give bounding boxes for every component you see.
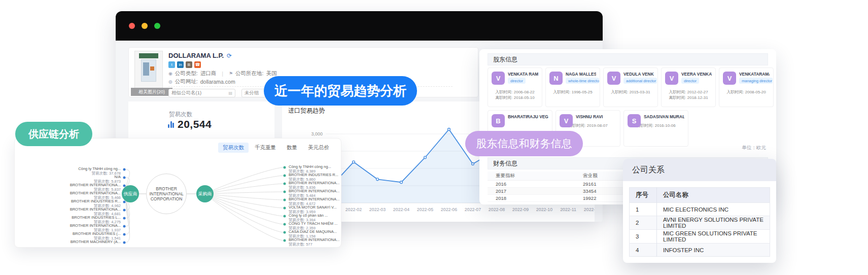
svg-text:2022-07: 2022-07 [465, 207, 481, 212]
refresh-icon[interactable]: ⟳ [227, 52, 232, 59]
shareholder-card[interactable]: V VEDULA VENKATA RAM... additional direc… [603, 67, 658, 107]
svg-text:2022-08: 2022-08 [489, 207, 505, 212]
shareholder-name: VENKATARAMANA MAG... [739, 72, 770, 77]
blog-icon[interactable]: B [186, 61, 192, 68]
supply-chain-card: 贸易次数千克重量数量美元总价 Công ty TNHH công ng... 贸… [14, 138, 341, 248]
company-name: DOLLARAMA L.P. [168, 52, 224, 59]
partner-node[interactable]: BROTHER INTERNATIONA... 贸易次数: 577 [289, 238, 339, 247]
shareholder-card[interactable]: N NAGA MALLESWARA R... whole-time direct… [545, 67, 600, 107]
shareholder-card[interactable]: S SADASIVAN MURALIKR... 入职时间: 2016-10-06 [623, 110, 688, 147]
svg-text:2022-02: 2022-02 [345, 207, 362, 212]
relations-title: 公司关系 [623, 159, 776, 181]
avatar: B [492, 114, 505, 127]
similar-company-input[interactable]: 相似公司名(1) ▤ [168, 89, 235, 97]
divider: | [222, 71, 223, 77]
shareholder-dates: 入职时间: 1996-05-25 [549, 89, 596, 95]
avatar: V [492, 72, 505, 85]
avatar: V [560, 114, 573, 127]
trade-count-value: 20,544 [178, 118, 212, 130]
avatar: N [549, 72, 563, 85]
shareholder-card[interactable]: V VEERA VENKATA SATYA... director 入职时间: … [661, 67, 716, 107]
shareholder-dates: 入职时间: 2008-05-20 [723, 89, 770, 95]
svg-text:3,000: 3,000 [311, 131, 323, 136]
relations-row[interactable]: 2AVNI ENERGY SOLUTIONS PRIVATE LIMITED [630, 216, 770, 230]
partner-node[interactable]: BROTHER MACHINERY (A... [19, 240, 121, 245]
shareholder-card[interactable]: V VENKATARAMANA MAG... managing director… [719, 67, 774, 107]
shareholder-financial-pill: 股东信息和财务信息 [465, 131, 583, 156]
avatar: V [723, 72, 736, 85]
company-location-label: 公司所在地: [235, 70, 263, 77]
avatar: S [628, 114, 641, 127]
partner-name: BROTHER MACHINERY (A... [19, 240, 121, 245]
avatar: V [607, 72, 620, 85]
relations-row[interactable]: 1MIC ELECTRONICS INC [630, 203, 770, 216]
relations-col-header: 序号 [630, 188, 657, 203]
company-type-icon: ◉ [168, 71, 172, 76]
trade-trend-pill: 近一年的贸易趋势分析 [264, 76, 417, 106]
shareholder-name: VENKATA RAM ATLURI [508, 72, 538, 77]
svg-text:2022-03: 2022-03 [369, 207, 386, 212]
page-canvas: 相关图片(20) DOLLARAMA L.P. ⟳ tinB☎ ◉ 公司类型: … [0, 0, 868, 275]
related-images-label[interactable]: 相关图片(20) [131, 88, 172, 96]
financial-unit-label: 单位：欧元 [742, 145, 767, 151]
shareholder-section-title: 股东信息 [488, 53, 768, 65]
window-titlebar [116, 11, 603, 41]
center-company-node[interactable]: BROTHER INTERNATIONAL CORPORATION [146, 174, 187, 214]
company-website-label: 公司网址: [175, 78, 198, 85]
shareholder-dates: 入职时间: 2012-02-27 离职时间: 2018-12-31 [665, 89, 712, 100]
financial-col-header: 重要指标 [488, 171, 575, 180]
relations-row[interactable]: 3MIC GREEN SOLUTIONS PRIVATE LIMITED [630, 230, 770, 244]
shareholder-name: NAGA MALLESWARA R... [566, 72, 596, 77]
linkedin-icon[interactable]: in [177, 61, 184, 68]
shareholder-name: VISHNU RAVI [576, 114, 616, 119]
supply-chain-pill: 供应链分析 [15, 122, 92, 146]
partner-node[interactable]: Công ty TNHH công ng... 贸易次数: 37,678 [19, 167, 121, 176]
window-close-button[interactable] [129, 23, 135, 29]
product-image [134, 51, 163, 91]
location-icon: ⚑ [229, 71, 233, 76]
phone-icon[interactable]: ☎ [194, 61, 201, 68]
relations-row[interactable]: 4INFOSTEP INC [630, 244, 770, 257]
trade-count-label: 贸易次数 [169, 111, 192, 118]
supplier-role-node[interactable]: 供应商 [122, 185, 139, 202]
buyer-role-node[interactable]: 采购商 [196, 185, 214, 202]
shareholder-row-1: V VENKATA RAM ATLURI director 入职时间: 2006… [488, 67, 774, 107]
shareholder-name: VEERA VENKATA SATYA... [681, 72, 712, 77]
role-badge: additional director [623, 78, 657, 84]
company-type-label: 公司类型: [175, 70, 198, 77]
shareholder-dates: 入职时间: 2015-03-31 [607, 89, 654, 95]
list-icon: ▤ [228, 91, 232, 95]
svg-text:2022-10: 2022-10 [536, 207, 552, 212]
company-type-value: 进口商 [200, 70, 217, 77]
svg-text:2022-05: 2022-05 [417, 207, 433, 212]
relations-col-header: 公司名称 [657, 188, 770, 203]
shareholder-name: SADASIVAN MURALIKR... [644, 114, 684, 119]
company-website-value[interactable]: dollarama.com [200, 79, 235, 85]
shareholder-card[interactable]: V VENKATA RAM ATLURI director 入职时间: 2006… [488, 67, 542, 107]
svg-text:2022-09: 2022-09 [512, 207, 529, 212]
shareholder-name: BHARATIRAJU VEGIRAJU [508, 114, 548, 119]
website-icon: ◍ [168, 79, 172, 84]
avatar: V [665, 72, 678, 85]
social-icons: tinB☎ [168, 61, 201, 68]
twitter-icon[interactable]: t [168, 61, 175, 68]
role-badge: director [508, 78, 526, 84]
role-badge: managing director [739, 78, 773, 84]
window-maximize-button[interactable] [154, 23, 160, 29]
svg-text:2022-11: 2022-11 [560, 207, 576, 212]
role-badge: director [681, 78, 699, 84]
partner-trade-count: 贸易次数: 577 [289, 243, 339, 247]
svg-text:2022-04: 2022-04 [393, 207, 409, 212]
window-minimize-button[interactable] [142, 23, 148, 29]
shareholder-dates: 入职时间: 2006-08-22 离职时间: 2018-05-10 [492, 89, 538, 100]
bar-chart-icon [168, 121, 174, 128]
svg-text:2022-06: 2022-06 [441, 207, 457, 212]
shareholder-name: VEDULA VENKATA RAM... [623, 72, 654, 77]
svg-text:2022-12: 2022-12 [584, 207, 595, 212]
relations-table: 序号公司名称1MIC ELECTRONICS INC2AVNI ENERGY S… [629, 187, 770, 257]
role-badge: whole-time director [566, 78, 599, 84]
company-relations-card: 公司关系 序号公司名称1MIC ELECTRONICS INC2AVNI ENE… [623, 159, 776, 263]
